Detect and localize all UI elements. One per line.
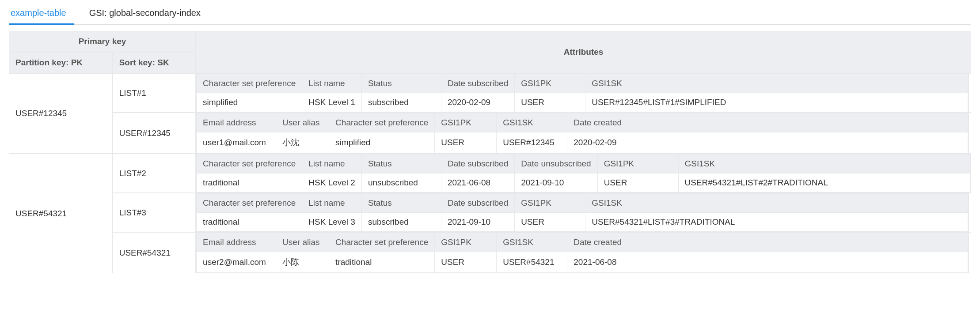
attr-label: List name [302, 74, 362, 93]
attr-value: HSK Level 2 [302, 173, 362, 192]
sort-key-cell: USER#54321 [113, 232, 196, 273]
partition-key-cell: USER#54321 [9, 154, 113, 273]
attr-value: user1@mail.com [197, 132, 276, 153]
attr-value: 2020-02-09 [567, 132, 968, 153]
attr-value: USER#54321 [497, 252, 567, 273]
attr-value: unsubscribed [361, 173, 441, 192]
attr-value: USER [597, 173, 678, 192]
attr-value: USER [435, 132, 497, 153]
attr-label: List name [302, 194, 362, 213]
attr-label: Date created [567, 113, 968, 132]
attr-value: traditional [197, 173, 302, 192]
attr-label: User alias [276, 113, 329, 132]
attr-label: Status [361, 74, 441, 93]
sort-key-cell: USER#12345 [113, 113, 196, 154]
attr-value: 2021-06-08 [567, 252, 968, 273]
attr-label: GSI1PK [597, 154, 678, 173]
empty-cell [969, 113, 971, 154]
attributes-cell: Character set preferenceList nameStatusD… [196, 154, 971, 193]
attr-value: USER#12345#LIST#1#SIMPLIFIED [585, 93, 968, 112]
attr-value: 小陈 [276, 252, 329, 273]
tab-bar: example-table GSI: global-secondary-inde… [9, 4, 971, 25]
attr-value: traditional [197, 213, 302, 232]
attr-label: Date subscribed [441, 154, 514, 173]
empty-cell [969, 193, 971, 232]
sort-key-cell: LIST#3 [113, 193, 196, 232]
attr-label: Date subscribed [441, 74, 514, 93]
attr-label: GSI1PK [515, 74, 585, 93]
attr-label: Character set preference [329, 113, 435, 132]
attr-label: List name [302, 154, 362, 173]
attributes-cell: Email addressUser aliasCharacter set pre… [196, 232, 969, 273]
header-partition-key: Partition key: PK [9, 52, 113, 73]
attr-label: Character set preference [197, 194, 302, 213]
attr-label: Date subscribed [441, 194, 514, 213]
attr-label: GSI1SK [585, 74, 968, 93]
empty-cell [969, 73, 971, 113]
attr-value: 2021-09-10 [441, 213, 514, 232]
attr-label: Status [361, 154, 441, 173]
attr-label: Status [361, 194, 441, 213]
attr-value: simplified [197, 93, 302, 112]
attr-value: simplified [329, 132, 435, 153]
attr-label: Date unsubscribed [515, 154, 597, 173]
attr-value: traditional [329, 252, 435, 273]
attr-label: GSI1SK [678, 154, 970, 173]
attr-value: 2021-06-08 [441, 173, 514, 192]
attr-value: USER#54321#LIST#2#TRADITIONAL [678, 173, 970, 192]
attr-value: USER#12345 [497, 132, 567, 153]
attributes-cell: Character set preferenceList nameStatusD… [196, 193, 969, 232]
attr-label: Email address [197, 233, 276, 252]
attr-value: 2021-09-10 [515, 173, 597, 192]
header-primary-key: Primary key [9, 31, 196, 52]
attr-label: GSI1SK [497, 113, 567, 132]
attr-value: USER#54321#LIST#3#TRADITIONAL [585, 213, 968, 232]
attr-label: GSI1SK [585, 194, 968, 213]
attributes-cell: Email addressUser aliasCharacter set pre… [196, 113, 969, 154]
table-row: USER#54321LIST#2Character set preference… [9, 154, 971, 193]
attr-value: user2@mail.com [197, 252, 276, 273]
attr-label: GSI1PK [435, 113, 497, 132]
attr-value: 小沈 [276, 132, 329, 153]
attr-value: USER [515, 213, 585, 232]
header-attributes: Attributes [196, 31, 971, 73]
data-table: Primary key Attributes Partition key: PK… [9, 31, 971, 273]
header-sort-key: Sort key: SK [113, 52, 196, 73]
tab-gsi[interactable]: GSI: global-secondary-index [87, 4, 209, 24]
attr-value: 2020-02-09 [441, 93, 514, 112]
table-row: USER#12345Email addressUser aliasCharact… [9, 113, 971, 154]
attr-label: Email address [197, 113, 276, 132]
table-row: USER#54321Email addressUser aliasCharact… [9, 232, 971, 273]
attr-label: GSI1PK [515, 194, 585, 213]
attr-value: USER [515, 93, 585, 112]
attr-label: Character set preference [329, 233, 435, 252]
attr-value: HSK Level 1 [302, 93, 362, 112]
attributes-cell: Character set preferenceList nameStatusD… [196, 73, 969, 113]
attr-label: GSI1SK [497, 233, 567, 252]
attr-value: subscribed [361, 213, 441, 232]
table-row: LIST#3Character set preferenceList nameS… [9, 193, 971, 232]
attr-value: subscribed [361, 93, 441, 112]
sort-key-cell: LIST#1 [113, 73, 196, 113]
sort-key-cell: LIST#2 [113, 154, 196, 193]
partition-key-cell: USER#12345 [9, 73, 113, 154]
tab-example-table[interactable]: example-table [9, 4, 74, 25]
attr-label: User alias [276, 233, 329, 252]
table-row: USER#12345LIST#1Character set preference… [9, 73, 971, 113]
empty-cell [969, 232, 971, 273]
attr-label: GSI1PK [435, 233, 497, 252]
attr-value: USER [435, 252, 497, 273]
attr-label: Character set preference [197, 74, 302, 93]
attr-value: HSK Level 3 [302, 213, 362, 232]
attr-label: Character set preference [197, 154, 302, 173]
attr-label: Date created [567, 233, 968, 252]
